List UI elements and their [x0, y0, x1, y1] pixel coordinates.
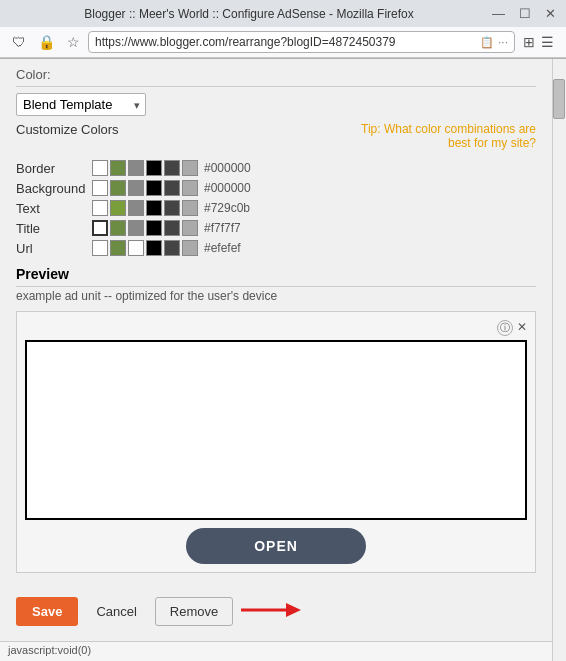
color-row-url: Url #efefef — [16, 240, 536, 256]
swatch-lightgray[interactable] — [182, 160, 198, 176]
menu-icon[interactable]: ☰ — [541, 34, 554, 50]
text-value: #729c0b — [204, 201, 269, 215]
bookmark-icon: ☆ — [63, 32, 84, 52]
swatch-olive-url[interactable] — [110, 240, 126, 256]
red-arrow-icon — [241, 595, 301, 625]
swatch-gray-bg[interactable] — [128, 180, 144, 196]
url-bar[interactable]: https://www.blogger.com/rearrange?blogID… — [88, 31, 515, 53]
url-value: #efefef — [204, 241, 269, 255]
preview-subtext: example ad unit -- optimized for the use… — [16, 289, 536, 303]
border-label: Border — [16, 161, 86, 176]
shield-icon: 🛡 — [8, 32, 30, 52]
lock-icon: 🔒 — [34, 32, 59, 52]
preview-heading: Preview — [16, 266, 536, 287]
url-label: Url — [16, 241, 86, 256]
save-button[interactable]: Save — [16, 597, 78, 626]
title-text: Blogger :: Meer's World :: Configure AdS… — [8, 7, 490, 21]
swatch-black-title[interactable] — [146, 220, 162, 236]
swatch-black[interactable] — [146, 160, 162, 176]
template-row: Blend Template — [16, 93, 536, 116]
swatch-black-url[interactable] — [146, 240, 162, 256]
text-swatches — [92, 200, 198, 216]
tip-text: Tip: What color combinations are best fo… — [336, 122, 536, 150]
section-label: Color: — [16, 67, 51, 82]
customize-colors-label: Customize Colors — [16, 122, 119, 137]
title-swatches — [92, 220, 198, 236]
swatch-gray[interactable] — [128, 160, 144, 176]
swatch-white-bg[interactable] — [92, 180, 108, 196]
minimize-button[interactable]: — — [490, 6, 507, 21]
color-row-text: Text #729c0b — [16, 200, 536, 216]
ad-info-bar: ⓘ ✕ — [25, 320, 527, 336]
title-bar: Blogger :: Meer's World :: Configure AdS… — [0, 0, 566, 27]
swatch-lightgray-title[interactable] — [182, 220, 198, 236]
swatch-lightgray-bg[interactable] — [182, 180, 198, 196]
swatch-black-bg[interactable] — [146, 180, 162, 196]
swatch-white2-url[interactable] — [128, 240, 144, 256]
swatch-olive-bg[interactable] — [110, 180, 126, 196]
url-text: https://www.blogger.com/rearrange?blogID… — [95, 35, 476, 49]
title-label: Title — [16, 221, 86, 236]
color-row-background: Background #000000 — [16, 180, 536, 196]
title-value: #f7f7f7 — [204, 221, 269, 235]
nav-extra-icons: ⊞ ☰ — [519, 34, 558, 50]
status-bar: javascript:void(0) — [0, 641, 552, 661]
swatch-white-txt[interactable] — [92, 200, 108, 216]
background-label: Background — [16, 181, 86, 196]
swatch-lightgray-txt[interactable] — [182, 200, 198, 216]
ad-close-icon[interactable]: ✕ — [517, 320, 527, 336]
swatch-darkgray-txt[interactable] — [164, 200, 180, 216]
more-icon: ··· — [498, 35, 508, 49]
border-swatches — [92, 160, 198, 176]
template-select-wrapper[interactable]: Blend Template — [16, 93, 146, 116]
swatch-darkgray-url[interactable] — [164, 240, 180, 256]
scrollbar-thumb[interactable] — [553, 79, 565, 119]
browser-chrome: Blogger :: Meer's World :: Configure AdS… — [0, 0, 566, 59]
cancel-button[interactable]: Cancel — [86, 597, 146, 626]
close-button[interactable]: ✕ — [543, 6, 558, 21]
tip-area: Tip: What color combinations are best fo… — [336, 122, 536, 150]
ad-preview-container: ⓘ ✕ OPEN — [16, 311, 536, 573]
swatch-white-url[interactable] — [92, 240, 108, 256]
color-row-title: Title #f7f7f7 — [16, 220, 536, 236]
swatch-lightgray-url[interactable] — [182, 240, 198, 256]
swatch-darkgray[interactable] — [164, 160, 180, 176]
swatch-gray-title[interactable] — [128, 220, 144, 236]
swatch-darkgray-title[interactable] — [164, 220, 180, 236]
swatch-white-title[interactable] — [92, 220, 108, 236]
color-row-border: Border #000000 — [16, 160, 536, 176]
main-content: Color: Blend Template Customize Colors T… — [0, 59, 552, 661]
svg-marker-1 — [286, 603, 301, 617]
text-label: Text — [16, 201, 86, 216]
clipboard-icon: 📋 — [480, 36, 494, 49]
page-wrapper: Color: Blend Template Customize Colors T… — [0, 59, 566, 661]
url-swatches — [92, 240, 198, 256]
swatch-olive-title[interactable] — [110, 220, 126, 236]
swatch-white[interactable] — [92, 160, 108, 176]
swatch-darkgray-bg[interactable] — [164, 180, 180, 196]
swatch-gray-txt[interactable] — [128, 200, 144, 216]
footer-buttons: Save Cancel Remove — [16, 585, 536, 636]
window-controls: — ☐ ✕ — [490, 6, 558, 21]
ad-box — [25, 340, 527, 520]
remove-button[interactable]: Remove — [155, 597, 233, 626]
swatch-green-txt[interactable] — [110, 200, 126, 216]
scrollbar-track[interactable] — [552, 59, 566, 661]
maximize-button[interactable]: ☐ — [517, 6, 533, 21]
template-select[interactable]: Blend Template — [16, 93, 146, 116]
arrow-container — [241, 595, 301, 628]
background-swatches — [92, 180, 198, 196]
background-value: #000000 — [204, 181, 269, 195]
swatch-black-txt[interactable] — [146, 200, 162, 216]
extensions-icon[interactable]: ⊞ — [523, 34, 535, 50]
nav-bar: 🛡 🔒 ☆ https://www.blogger.com/rearrange?… — [0, 27, 566, 58]
ad-open-button[interactable]: OPEN — [186, 528, 366, 564]
swatch-olive[interactable] — [110, 160, 126, 176]
border-value: #000000 — [204, 161, 269, 175]
ad-info-icon[interactable]: ⓘ — [497, 320, 513, 336]
